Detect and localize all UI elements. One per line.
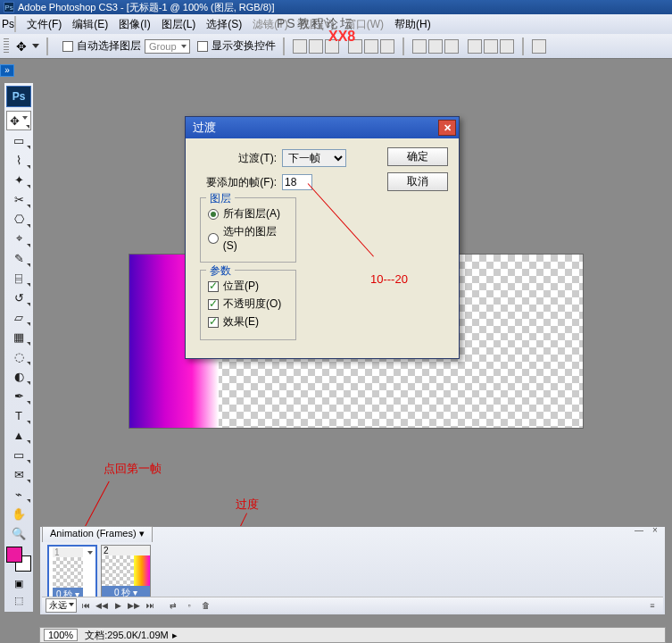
checkbox-icon [208, 299, 219, 310]
animation-tab[interactable]: Animation (Frames) ▾ [42, 526, 153, 542]
heal-tool[interactable]: ⌖ [6, 229, 31, 248]
screenmode-toggle[interactable]: ⬚ [6, 592, 31, 608]
next-frame-button[interactable]: ▶▶ [127, 599, 141, 612]
menu-bar: Ps 文件(F) 编辑(E) 图像(I) 图层(L) 选择(S) 滤镜(T) 视… [0, 14, 672, 34]
menu-select[interactable]: 选择(S) [201, 15, 247, 34]
ps-badge-icon: Ps [6, 86, 31, 107]
auto-select-checkbox[interactable] [62, 41, 73, 52]
close-icon[interactable]: ✕ [438, 120, 456, 136]
crop-tool[interactable]: ✂ [6, 189, 31, 209]
radio-dot-icon [208, 233, 219, 244]
palette-collapse-tab[interactable] [0, 64, 14, 77]
menu-view[interactable]: 视图(V) [294, 15, 340, 34]
distribute-icon-2[interactable] [428, 39, 443, 54]
auto-select-target[interactable]: Group [145, 39, 190, 54]
menu-file[interactable]: 文件(F) [21, 15, 67, 34]
menu-filter[interactable]: 滤镜(T) [247, 15, 293, 34]
lasso-tool[interactable]: ⌇ [6, 150, 31, 170]
preset-dropdown-icon[interactable] [32, 44, 39, 48]
align-icon-6[interactable] [380, 39, 394, 54]
align-icon-5[interactable] [364, 39, 378, 54]
distribute-icon-5[interactable] [484, 39, 498, 54]
radio-selected-layers[interactable]: 选中的图层(S) [208, 224, 288, 252]
distribute-icon-3[interactable] [444, 39, 459, 54]
animation-frame-1[interactable]: 1 0 秒 ▾ [47, 545, 97, 605]
quickmask-toggle[interactable]: ▣ [6, 575, 31, 591]
distribute-icon-1[interactable] [412, 39, 427, 54]
ps-logo-icon: Ps [2, 18, 14, 30]
hand-tool[interactable]: ✋ [6, 504, 31, 523]
type-tool[interactable]: T [6, 405, 31, 425]
auto-select-label: 自动选择图层 [77, 38, 141, 54]
eraser-tool[interactable]: ▱ [6, 307, 31, 327]
check-effects[interactable]: 效果(E) [208, 314, 288, 330]
align-icon-1[interactable] [293, 39, 307, 54]
prev-frame-button[interactable]: ◀◀ [95, 599, 109, 612]
status-bar: 100% 文档:295.0K/1.09M ▸ [39, 627, 666, 643]
brush-tool[interactable]: ✎ [6, 248, 31, 268]
panel-minimize-icon[interactable]: — [633, 525, 645, 534]
stamp-tool[interactable]: ⌸ [6, 268, 31, 288]
dialog-title: 过渡 [193, 120, 216, 136]
align-icon-3[interactable] [325, 39, 339, 54]
color-swatches[interactable] [6, 547, 31, 572]
layers-group: 图层 所有图层(A) 选中的图层(S) [200, 197, 296, 263]
wand-tool[interactable]: ✦ [6, 170, 31, 189]
path-select-tool[interactable]: ▲ [6, 425, 31, 445]
cancel-button[interactable]: 取消 [387, 172, 448, 191]
zoom-field[interactable]: 100% [44, 629, 78, 641]
marquee-tool[interactable]: ▭ [6, 130, 31, 150]
params-group: 参数 位置(P) 不透明度(O) 效果(E) [200, 270, 296, 340]
ps-chip-icon: Ps [4, 2, 14, 13]
gradient-tool[interactable]: ▦ [6, 327, 31, 347]
play-button[interactable]: ▶ [111, 599, 125, 612]
arrange-icon[interactable] [532, 39, 546, 54]
chevron-down-icon: ▾ [139, 528, 145, 539]
dodge-tool[interactable]: ◐ [6, 366, 31, 386]
last-frame-button[interactable]: ⏭ [143, 599, 157, 612]
menu-window[interactable]: 窗口(W) [340, 15, 389, 34]
show-transform-checkbox[interactable] [197, 41, 208, 52]
tween-button[interactable]: ⇄ [166, 599, 180, 612]
menu-help[interactable]: 帮助(H) [389, 15, 436, 34]
align-icon-4[interactable] [348, 39, 362, 54]
doc-size-label: 文档:295.0K/1.09M [85, 629, 169, 642]
new-frame-button[interactable]: ▫ [182, 599, 196, 612]
distribute-icon-6[interactable] [500, 39, 514, 54]
tools-panel: Ps ✥ ▭ ⌇ ✦ ✂ ⎔ ⌖ ✎ ⌸ ↺ ▱ ▦ ◌ ◐ ✒ T ▲ ▭ ✉… [4, 82, 34, 613]
notes-tool[interactable]: ✉ [6, 464, 31, 484]
check-opacity[interactable]: 不透明度(O) [208, 296, 288, 312]
check-position[interactable]: 位置(P) [208, 279, 288, 294]
first-frame-button[interactable]: ⏮ [79, 599, 93, 612]
convert-timeline-button[interactable]: ≡ [645, 599, 660, 612]
radio-all-layers[interactable]: 所有图层(A) [208, 206, 288, 221]
eyedropper-tool[interactable]: ⌁ [6, 484, 31, 504]
dialog-titlebar[interactable]: 过渡 ✕ [186, 117, 459, 138]
pen-tool[interactable]: ✒ [6, 386, 31, 405]
ok-button[interactable]: 确定 [387, 147, 448, 166]
menu-layer[interactable]: 图层(L) [156, 15, 202, 34]
animation-frame-2[interactable]: 2 0 秒 ▾ [101, 545, 151, 605]
menu-image[interactable]: 图像(I) [113, 15, 155, 34]
shape-tool[interactable]: ▭ [6, 445, 31, 464]
slice-tool[interactable]: ⎔ [6, 209, 31, 229]
move-tool-icon [16, 39, 30, 54]
status-menu-icon[interactable]: ▸ [172, 630, 178, 641]
options-bar: 自动选择图层 Group 显示变换控件 [0, 34, 672, 59]
layers-legend: 图层 [206, 191, 235, 206]
distribute-icon-4[interactable] [468, 39, 482, 54]
move-tool[interactable]: ✥ [6, 111, 31, 130]
tween-dialog: 过渡 ✕ 确定 取消 过渡(T): 下一帧 要添加的帧(F): 图层 所有图层(… [185, 116, 460, 359]
annotation-hint2: 点回第一帧 [104, 461, 162, 477]
history-brush-tool[interactable]: ↺ [6, 288, 31, 307]
transition-select[interactable]: 下一帧 [282, 149, 346, 167]
params-legend: 参数 [206, 263, 235, 279]
delete-frame-button[interactable]: 🗑 [198, 599, 212, 612]
blur-tool[interactable]: ◌ [6, 347, 31, 366]
grip-icon[interactable] [4, 38, 9, 54]
panel-close-icon[interactable]: × [649, 525, 661, 534]
loop-select[interactable]: 永远 [46, 598, 77, 613]
align-icon-2[interactable] [309, 39, 323, 54]
menu-edit[interactable]: 编辑(E) [67, 15, 113, 34]
zoom-tool[interactable]: 🔍 [6, 523, 31, 543]
